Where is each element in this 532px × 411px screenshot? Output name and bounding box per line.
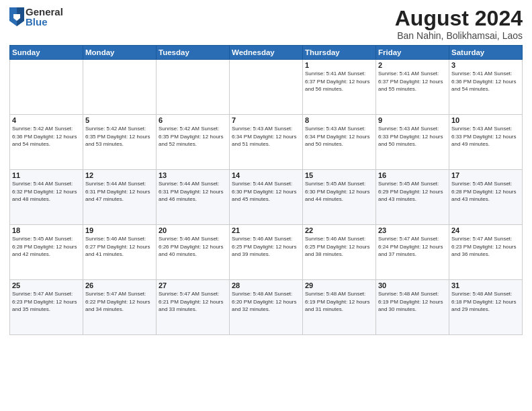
calendar-cell: 10Sunrise: 5:43 AM Sunset: 6:33 PM Dayli… [449, 115, 523, 170]
calendar-cell: 5Sunrise: 5:42 AM Sunset: 6:35 PM Daylig… [83, 115, 157, 170]
day-info: Sunrise: 5:45 AM Sunset: 6:30 PM Dayligh… [305, 180, 373, 203]
calendar-cell: 11Sunrise: 5:44 AM Sunset: 6:32 PM Dayli… [10, 170, 83, 225]
calendar-cell [230, 60, 303, 115]
calendar-cell: 4Sunrise: 5:42 AM Sunset: 6:36 PM Daylig… [10, 115, 83, 170]
calendar-cell: 14Sunrise: 5:44 AM Sunset: 6:30 PM Dayli… [230, 170, 303, 225]
day-info: Sunrise: 5:47 AM Sunset: 6:22 PM Dayligh… [85, 290, 154, 314]
day-info: Sunrise: 5:44 AM Sunset: 6:32 PM Dayligh… [12, 180, 81, 203]
calendar-cell: 25Sunrise: 5:47 AM Sunset: 6:23 PM Dayli… [10, 280, 83, 335]
weekday-header: Sunday [10, 46, 83, 60]
day-number: 8 [305, 116, 373, 124]
day-number: 25 [12, 281, 81, 289]
calendar-week-row: 25Sunrise: 5:47 AM Sunset: 6:23 PM Dayli… [10, 280, 523, 335]
calendar-header-row: SundayMondayTuesdayWednesdayThursdayFrid… [10, 46, 523, 60]
calendar-cell [157, 60, 230, 115]
calendar-cell: 7Sunrise: 5:43 AM Sunset: 6:34 PM Daylig… [230, 115, 303, 170]
day-info: Sunrise: 5:41 AM Sunset: 6:37 PM Dayligh… [378, 70, 447, 93]
day-number: 22 [305, 226, 373, 234]
calendar-cell: 23Sunrise: 5:47 AM Sunset: 6:24 PM Dayli… [376, 225, 449, 280]
day-info: Sunrise: 5:46 AM Sunset: 6:25 PM Dayligh… [305, 235, 373, 259]
calendar-cell: 31Sunrise: 5:48 AM Sunset: 6:18 PM Dayli… [449, 280, 523, 335]
day-number: 1 [305, 61, 373, 69]
day-number: 5 [85, 116, 154, 124]
day-number: 28 [232, 281, 300, 289]
day-number: 19 [85, 226, 154, 234]
logo-text: General Blue [26, 7, 63, 27]
calendar-cell: 12Sunrise: 5:44 AM Sunset: 6:31 PM Dayli… [83, 170, 157, 225]
calendar-week-row: 1Sunrise: 5:41 AM Sunset: 6:37 PM Daylig… [10, 60, 523, 115]
calendar-cell: 20Sunrise: 5:46 AM Sunset: 6:26 PM Dayli… [157, 225, 230, 280]
month-title: August 2024 [395, 7, 523, 30]
calendar: SundayMondayTuesdayWednesdayThursdayFrid… [9, 45, 523, 335]
day-number: 31 [451, 281, 520, 289]
day-info: Sunrise: 5:45 AM Sunset: 6:28 PM Dayligh… [451, 180, 520, 203]
day-info: Sunrise: 5:48 AM Sunset: 6:20 PM Dayligh… [232, 290, 300, 314]
calendar-cell: 29Sunrise: 5:48 AM Sunset: 6:19 PM Dayli… [303, 280, 376, 335]
day-info: Sunrise: 5:44 AM Sunset: 6:31 PM Dayligh… [85, 180, 154, 203]
day-number: 27 [159, 281, 227, 289]
day-number: 9 [378, 116, 447, 124]
weekday-header: Thursday [303, 46, 376, 60]
calendar-cell: 2Sunrise: 5:41 AM Sunset: 6:37 PM Daylig… [376, 60, 449, 115]
day-number: 6 [159, 116, 227, 124]
calendar-cell: 17Sunrise: 5:45 AM Sunset: 6:28 PM Dayli… [449, 170, 523, 225]
weekday-header: Tuesday [157, 46, 230, 60]
day-info: Sunrise: 5:47 AM Sunset: 6:23 PM Dayligh… [12, 290, 81, 314]
calendar-cell: 1Sunrise: 5:41 AM Sunset: 6:37 PM Daylig… [303, 60, 376, 115]
logo-general: General [26, 7, 63, 17]
day-number: 24 [451, 226, 520, 234]
calendar-cell: 9Sunrise: 5:43 AM Sunset: 6:33 PM Daylig… [376, 115, 449, 170]
day-info: Sunrise: 5:47 AM Sunset: 6:24 PM Dayligh… [378, 235, 447, 259]
day-number: 23 [378, 226, 447, 234]
calendar-week-row: 4Sunrise: 5:42 AM Sunset: 6:36 PM Daylig… [10, 115, 523, 170]
day-info: Sunrise: 5:43 AM Sunset: 6:33 PM Dayligh… [451, 125, 520, 148]
day-info: Sunrise: 5:42 AM Sunset: 6:35 PM Dayligh… [159, 125, 227, 148]
day-info: Sunrise: 5:47 AM Sunset: 6:23 PM Dayligh… [451, 235, 520, 259]
day-number: 3 [451, 61, 520, 69]
day-number: 11 [12, 171, 81, 179]
day-info: Sunrise: 5:42 AM Sunset: 6:35 PM Dayligh… [85, 125, 154, 148]
day-number: 21 [232, 226, 300, 234]
day-number: 15 [305, 171, 373, 179]
day-info: Sunrise: 5:43 AM Sunset: 6:34 PM Dayligh… [232, 125, 300, 148]
day-number: 12 [85, 171, 154, 179]
calendar-cell: 30Sunrise: 5:48 AM Sunset: 6:19 PM Dayli… [376, 280, 449, 335]
day-number: 14 [232, 171, 300, 179]
calendar-cell: 28Sunrise: 5:48 AM Sunset: 6:20 PM Dayli… [230, 280, 303, 335]
day-number: 13 [159, 171, 227, 179]
calendar-cell: 24Sunrise: 5:47 AM Sunset: 6:23 PM Dayli… [449, 225, 523, 280]
location: Ban Nahin, Bolikhamsai, Laos [395, 30, 523, 41]
day-info: Sunrise: 5:45 AM Sunset: 6:29 PM Dayligh… [378, 180, 447, 203]
calendar-cell: 8Sunrise: 5:43 AM Sunset: 6:34 PM Daylig… [303, 115, 376, 170]
calendar-cell: 21Sunrise: 5:46 AM Sunset: 6:25 PM Dayli… [230, 225, 303, 280]
calendar-week-row: 11Sunrise: 5:44 AM Sunset: 6:32 PM Dayli… [10, 170, 523, 225]
day-info: Sunrise: 5:46 AM Sunset: 6:27 PM Dayligh… [85, 235, 154, 259]
calendar-cell: 6Sunrise: 5:42 AM Sunset: 6:35 PM Daylig… [157, 115, 230, 170]
title-section: August 2024 Ban Nahin, Bolikhamsai, Laos [395, 7, 523, 41]
day-info: Sunrise: 5:43 AM Sunset: 6:33 PM Dayligh… [378, 125, 447, 148]
page: General Blue August 2024 Ban Nahin, Boli… [0, 0, 532, 411]
logo: General Blue [9, 7, 63, 27]
day-info: Sunrise: 5:48 AM Sunset: 6:19 PM Dayligh… [378, 290, 447, 314]
day-number: 17 [451, 171, 520, 179]
day-number: 18 [12, 226, 81, 234]
day-info: Sunrise: 5:44 AM Sunset: 6:30 PM Dayligh… [232, 180, 300, 203]
calendar-cell: 26Sunrise: 5:47 AM Sunset: 6:22 PM Dayli… [83, 280, 157, 335]
day-info: Sunrise: 5:48 AM Sunset: 6:18 PM Dayligh… [451, 290, 520, 314]
day-number: 2 [378, 61, 447, 69]
day-info: Sunrise: 5:42 AM Sunset: 6:36 PM Dayligh… [12, 125, 81, 148]
weekday-header: Monday [83, 46, 157, 60]
day-info: Sunrise: 5:47 AM Sunset: 6:21 PM Dayligh… [159, 290, 227, 314]
calendar-cell: 3Sunrise: 5:41 AM Sunset: 6:36 PM Daylig… [449, 60, 523, 115]
weekday-header: Wednesday [230, 46, 303, 60]
calendar-cell: 27Sunrise: 5:47 AM Sunset: 6:21 PM Dayli… [157, 280, 230, 335]
day-number: 4 [12, 116, 81, 124]
calendar-cell: 16Sunrise: 5:45 AM Sunset: 6:29 PM Dayli… [376, 170, 449, 225]
calendar-cell: 15Sunrise: 5:45 AM Sunset: 6:30 PM Dayli… [303, 170, 376, 225]
logo-icon [9, 7, 24, 26]
weekday-header: Friday [376, 46, 449, 60]
calendar-cell [10, 60, 83, 115]
calendar-cell [83, 60, 157, 115]
day-info: Sunrise: 5:41 AM Sunset: 6:37 PM Dayligh… [305, 70, 373, 93]
calendar-cell: 18Sunrise: 5:45 AM Sunset: 6:28 PM Dayli… [10, 225, 83, 280]
